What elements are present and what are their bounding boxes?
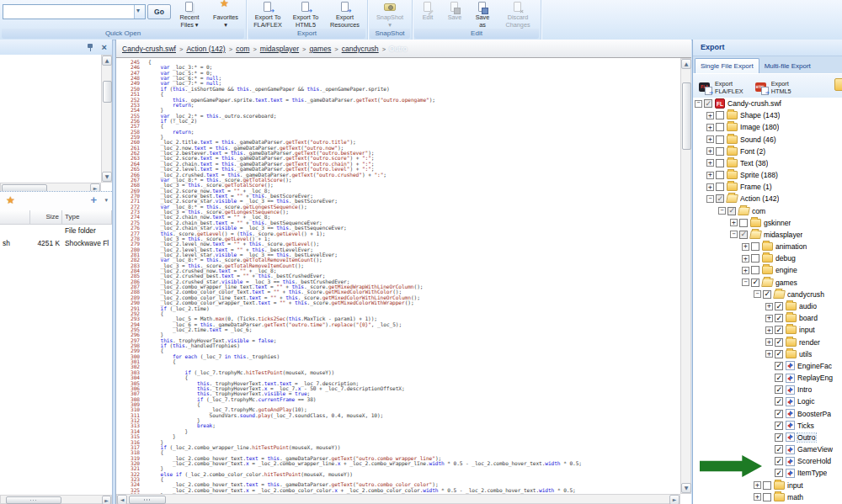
- checkbox-checked[interactable]: [727, 207, 736, 215]
- tree-item-font-2[interactable]: Font (2): [693, 146, 842, 157]
- tree-item-replayeng[interactable]: ReplayEng: [693, 372, 842, 384]
- scroll-up-icon[interactable]: ▲: [681, 59, 691, 69]
- tree-item-input[interactable]: input: [693, 480, 842, 491]
- tree-item-render[interactable]: render: [693, 336, 842, 347]
- breadcrumb-item-com[interactable]: com: [236, 45, 249, 53]
- scroll-thumb[interactable]: [6, 496, 61, 504]
- checkbox-unchecked[interactable]: [763, 481, 771, 490]
- checkbox-unchecked[interactable]: [716, 135, 724, 144]
- expand-plus-icon[interactable]: [754, 481, 761, 489]
- tree-item-games[interactable]: games: [693, 277, 842, 289]
- checkbox-unchecked[interactable]: [763, 493, 771, 501]
- tree-item-gameview[interactable]: GameView: [693, 443, 842, 455]
- go-button[interactable]: Go: [147, 4, 171, 19]
- expand-plus-icon[interactable]: [765, 303, 773, 310]
- tree-item-image-180[interactable]: Image (180): [693, 121, 842, 133]
- breadcrumb-item-action-142[interactable]: Action (142): [186, 45, 225, 53]
- tree-item-sprite-188[interactable]: Sprite (188): [693, 169, 842, 181]
- expand-plus-icon[interactable]: [765, 350, 773, 358]
- scroll-down-icon[interactable]: ▼: [681, 483, 691, 493]
- tree-item-gskinner[interactable]: gskinner: [693, 217, 842, 229]
- checkbox-checked[interactable]: [775, 445, 783, 454]
- tree-item-shape-143[interactable]: Shape (143): [693, 109, 842, 121]
- tree-item-board[interactable]: board: [693, 312, 842, 324]
- expand-plus-icon[interactable]: [742, 255, 749, 263]
- expand-plus-icon[interactable]: [754, 493, 761, 501]
- checkbox-checked[interactable]: [775, 362, 783, 370]
- close-icon[interactable]: ×: [102, 40, 107, 54]
- explorer-bottom-scrollbar[interactable]: ►: [0, 495, 112, 504]
- recent-files-button[interactable]: RecentFiles ▾: [173, 1, 206, 29]
- tree-item-boosterpa[interactable]: BoosterPa: [693, 407, 842, 419]
- tree-item-intro[interactable]: Intro: [693, 384, 842, 395]
- expand-plus-icon[interactable]: [706, 172, 714, 179]
- expand-plus-icon[interactable]: [706, 183, 714, 191]
- checkbox-checked[interactable]: [775, 350, 783, 358]
- tree-item-enginefac[interactable]: EngineFac: [693, 360, 842, 372]
- checkbox-checked[interactable]: [775, 397, 783, 406]
- tree-item-com[interactable]: com: [693, 205, 842, 217]
- collapse-minus-icon[interactable]: [730, 231, 738, 238]
- scroll-thumb[interactable]: [129, 496, 166, 504]
- tab-multi-file-export[interactable]: Multi-file Export: [759, 59, 816, 73]
- pin-icon[interactable]: [87, 43, 93, 51]
- tree-item-action-142[interactable]: Action (142): [693, 193, 842, 204]
- breadcrumb-item-candycrush[interactable]: candycrush: [342, 45, 379, 53]
- chevron-down-icon[interactable]: ▾: [104, 197, 108, 204]
- tree-item-frame-1[interactable]: Frame (1): [693, 181, 842, 193]
- collapse-minus-icon[interactable]: [754, 290, 761, 298]
- tree-item-ticks[interactable]: Ticks: [693, 420, 842, 432]
- file-list-area[interactable]: [0, 55, 112, 194]
- export-to-html5-button[interactable]: Export ToHTML5: [288, 1, 323, 29]
- tree-item-text-38[interactable]: Text (38): [693, 157, 842, 169]
- add-favorite-icon[interactable]: +: [90, 194, 97, 206]
- expand-plus-icon[interactable]: [706, 159, 714, 167]
- tree-item-audio[interactable]: audio: [693, 300, 842, 312]
- tree-item-midasplayer[interactable]: midasplayer: [693, 229, 842, 241]
- checkbox-unchecked[interactable]: [751, 242, 759, 251]
- expand-plus-icon[interactable]: [730, 219, 738, 226]
- column-header-name[interactable]: [0, 210, 30, 224]
- breadcrumb-item-candy-crush-swf[interactable]: Candy-crush.swf: [122, 45, 176, 53]
- expand-plus-icon[interactable]: [765, 326, 773, 334]
- checkbox-checked[interactable]: [775, 374, 783, 382]
- checkbox-checked[interactable]: [763, 290, 771, 299]
- favorites-button[interactable]: Favorites▾: [208, 1, 243, 29]
- expand-plus-icon[interactable]: [742, 267, 749, 274]
- export-export-html5-button[interactable]: HTML➜ExportHTML5: [753, 76, 794, 100]
- scroll-left-icon[interactable]: ◄: [117, 495, 127, 504]
- checkbox-unchecked[interactable]: [739, 219, 748, 227]
- chevron-down-icon[interactable]: [134, 5, 145, 19]
- collapse-minus-icon[interactable]: [742, 279, 749, 286]
- code-vscrollbar[interactable]: ▲ ▼: [680, 58, 691, 494]
- checkbox-checked[interactable]: [704, 99, 712, 108]
- expand-plus-icon[interactable]: [765, 315, 773, 322]
- checkbox-checked[interactable]: [775, 302, 783, 310]
- checkbox-checked[interactable]: [751, 279, 759, 287]
- expand-plus-icon[interactable]: [742, 243, 749, 251]
- checkbox-checked[interactable]: [775, 410, 783, 418]
- checkbox-unchecked[interactable]: [716, 159, 724, 167]
- checkbox-checked[interactable]: [775, 457, 783, 465]
- checkbox-checked[interactable]: [775, 422, 783, 430]
- tree-item-input[interactable]: input: [693, 324, 842, 336]
- file-list-vscrollbar[interactable]: ▲ ▼: [101, 55, 112, 183]
- column-header-size[interactable]: Size: [30, 210, 62, 224]
- checkbox-checked[interactable]: [775, 326, 783, 334]
- export-to-fla-flex-button[interactable]: Export ToFLA/FLEX: [249, 1, 286, 29]
- scroll-down-icon[interactable]: ▼: [102, 172, 112, 182]
- checkbox-checked[interactable]: [775, 433, 783, 442]
- actionscript-code-view[interactable]: 245{246 var _loc_3:* = 0;247 var _loc_5:…: [116, 58, 680, 496]
- checkbox-unchecked[interactable]: [716, 111, 724, 119]
- collapse-minus-icon[interactable]: [706, 195, 714, 203]
- breadcrumb-item-midasplayer[interactable]: midasplayer: [260, 45, 299, 53]
- breadcrumb-item-games[interactable]: games: [310, 45, 332, 53]
- tab-single-file-export[interactable]: Single File Export: [695, 58, 759, 73]
- expand-plus-icon[interactable]: [706, 124, 714, 131]
- expand-plus-icon[interactable]: [706, 112, 714, 119]
- tree-item-utils[interactable]: utils: [693, 348, 842, 360]
- export-resources-button[interactable]: ExportResources: [325, 1, 365, 29]
- scroll-thumb[interactable]: [103, 81, 112, 103]
- checkbox-checked[interactable]: [775, 469, 783, 477]
- checkbox-unchecked[interactable]: [716, 123, 724, 131]
